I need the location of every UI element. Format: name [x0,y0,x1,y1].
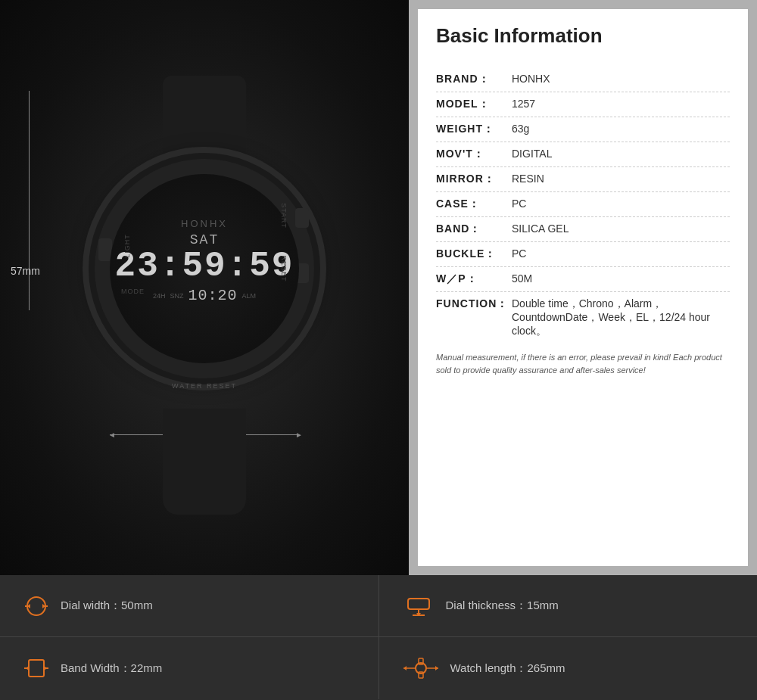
info-row: MOV'T：DIGITAL [436,142,730,167]
strap-bottom [163,409,246,515]
top-section: 57mm HONHX SAT 23:59:59 [0,0,757,575]
spec-dial-thickness: Dial thickness：15mm [379,575,758,636]
info-title: Basic Information [436,24,730,48]
info-row-value: 63g [512,123,730,135]
spec-dial-width-label: Dial width：50mm [61,599,153,613]
svg-marker-20 [435,666,438,670]
info-row: WEIGHT：63g [436,117,730,142]
band-width-icon [23,657,50,680]
label-24h: 24H [153,292,166,300]
side-light-label: LIGHT [123,234,131,258]
info-row-value: 1257 [512,98,730,110]
svg-marker-13 [44,666,47,670]
spec-band-width-label: Band Width：22mm [61,661,162,676]
spec-watch-length: Watch length：265mm [379,637,758,699]
info-card: Basic Information BRAND：HONHXMODEL：1257W… [409,0,757,575]
crown-right-top [295,208,309,228]
dim-height-label: 57mm [11,265,40,277]
dial-width-icon [23,595,50,618]
info-row: W／P：50M [436,267,730,292]
info-row-label: BUCKLE： [436,247,512,261]
watch-illustration: HONHX SAT 23:59:59 24H SNZ 10:20 ALM LIG… [61,76,348,515]
watch-bottom-text: WATER RESET [172,382,237,390]
watch-area: 57mm HONHX SAT 23:59:59 [0,0,409,575]
label-snz: SNZ [170,292,183,300]
info-note: Manual measurement, if there is an error… [436,351,730,376]
main-container: 57mm HONHX SAT 23:59:59 [0,0,757,700]
info-body: BRAND：HONHXMODEL：1257WEIGHT：63gMOV'T：DIG… [418,60,748,566]
info-row: FUNCTION：Double time，Chrono，Alarm，Countd… [436,292,730,344]
info-row-value: DIGITAL [512,148,730,160]
info-row: BAND：SILICA GEL [436,217,730,242]
info-row: MODEL：1257 [436,92,730,117]
watch-brand: HONHX [181,218,228,229]
spec-band-width: Band Width：22mm [0,637,379,699]
watch-face: HONHX SAT 23:59:59 24H SNZ 10:20 ALM [110,174,299,363]
side-start-label: START [280,203,288,229]
info-row-label: BRAND： [436,73,512,86]
watch-time-small: 10:20 [188,287,237,304]
bottom-section: Dial width：50mm Dial thickness：15mm [0,575,757,700]
info-row-label: FUNCTION： [436,297,512,311]
info-row: CASE：PC [436,192,730,217]
info-row-label: W／P： [436,272,512,286]
svg-marker-12 [26,666,29,670]
watch-time-sub: 24H SNZ 10:20 ALM [153,287,256,304]
side-reset-label: RESET [279,255,287,282]
info-row: BUCKLE：PC [436,242,730,267]
spec-row-top: Dial width：50mm Dial thickness：15mm [0,575,757,637]
info-row-value: PC [512,198,730,210]
info-row-value: SILICA GEL [512,222,730,235]
info-row-value: RESIN [512,173,730,185]
info-row-value: 50M [512,272,730,285]
spec-row-bottom: Band Width：22mm Watch length：265mm [0,637,757,699]
info-row-value: HONHX [512,73,730,85]
info-row-value: PC [512,247,730,260]
info-row-label: WEIGHT： [436,123,512,136]
spec-watch-length-label: Watch length：265mm [450,661,565,676]
watch-length-icon [402,657,440,680]
svg-marker-19 [403,666,407,670]
info-row-label: MIRROR： [436,173,512,186]
svg-rect-9 [29,660,44,677]
info-header: Basic Information [418,9,748,60]
watch-time-main: 23:59:59 [115,249,294,284]
info-row-label: CASE： [436,198,512,211]
info-row-value: Double time，Chrono，Alarm，CountdownDate，W… [512,297,730,338]
svg-rect-5 [408,599,429,609]
arrow-left: ◄ [108,431,116,439]
info-row-label: MOV'T： [436,148,512,161]
info-row-label: BAND： [436,222,512,236]
info-row-label: MODEL： [436,98,512,111]
watch-day: SAT [190,232,219,247]
arrow-right: ► [295,431,303,439]
info-row: BRAND：HONHX [436,67,730,92]
label-alm: ALM [242,292,257,300]
spec-dial-thickness-label: Dial thickness：15mm [446,599,559,613]
dim-height-indicator [29,91,30,310]
info-rows: BRAND：HONHXMODEL：1257WEIGHT：63gMOV'T：DIG… [436,67,730,344]
dial-thickness-icon [402,595,435,618]
side-mode-label: MODE [121,288,145,295]
info-row: MIRROR：RESIN [436,167,730,192]
spec-dial-width: Dial width：50mm [0,575,379,636]
